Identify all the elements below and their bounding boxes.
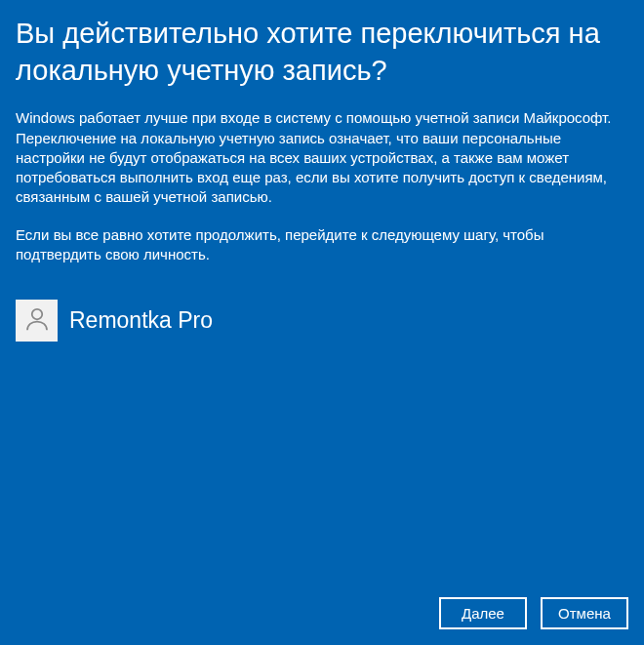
user-account-row: Remontka Pro <box>16 300 628 342</box>
description-paragraph-2: Если вы все равно хотите продолжить, пер… <box>16 225 628 265</box>
username-label: Remontka Pro <box>69 307 213 334</box>
next-button[interactable]: Далее <box>439 597 527 629</box>
description-paragraph-1: Windows работает лучше при входе в систе… <box>16 108 628 207</box>
avatar <box>16 300 58 342</box>
person-icon <box>22 304 52 338</box>
svg-point-0 <box>31 308 42 319</box>
cancel-button[interactable]: Отмена <box>541 597 628 629</box>
page-title: Вы действительно хотите переключиться на… <box>16 16 628 89</box>
button-row: Далее Отмена <box>439 597 628 629</box>
